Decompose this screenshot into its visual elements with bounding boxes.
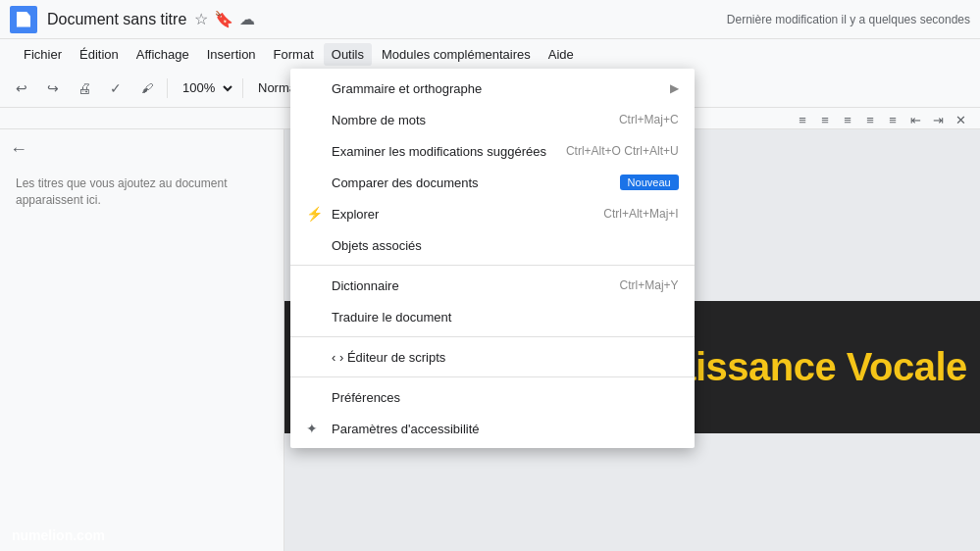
menu-insertion[interactable]: Insertion (199, 43, 264, 66)
bookmark-icon[interactable]: 🔖 (214, 10, 233, 28)
menu-row-label-explorer: Explorer (332, 207, 584, 222)
ruler-alignment-buttons: ≡ ≡ ≡ ≡ ≡ ⇤ ⇥ ✕ (793, 110, 970, 129)
menu-item-nombre[interactable]: Nombre de motsCtrl+Maj+C (290, 104, 695, 135)
align-center-icon[interactable]: ≡ (815, 110, 835, 129)
zoom-select[interactable]: 100% (174, 75, 236, 101)
menu-item-traduire[interactable]: Traduire le document (290, 301, 695, 332)
menu-row-label-nombre: Nombre de mots (332, 113, 599, 127)
print-button[interactable]: 🖨 (71, 75, 98, 102)
last-modified: Dernière modification il y a quelques se… (727, 13, 970, 26)
align-left-icon[interactable]: ≡ (793, 110, 812, 129)
menu-row-label-examiner: Examiner les modifications suggérées (332, 144, 546, 159)
redo-button[interactable]: ↪ (39, 75, 67, 102)
menu-item-editeur[interactable]: ‹ › Éditeur de scripts (290, 341, 695, 373)
menu-item-grammaire[interactable]: Grammaire et orthographe▶ (290, 73, 695, 104)
menu-row-icon-explorer: ⚡ (306, 206, 326, 222)
menu-divider (290, 376, 695, 377)
menu-item-explorer[interactable]: ⚡ExplorerCtrl+Alt+Maj+I (290, 198, 695, 229)
toolbar-divider-1 (167, 78, 168, 98)
menu-row-label-objets: Objets associés (332, 238, 679, 253)
sidebar: ← Les titres que vous ajoutez au documen… (0, 129, 284, 551)
menu-aide[interactable]: Aide (541, 43, 582, 66)
increase-indent-icon[interactable]: ⇥ (928, 110, 948, 129)
menu-row-badge-comparer: Nouveau (620, 175, 679, 190)
menu-row-shortcut-examiner: Ctrl+Alt+O Ctrl+Alt+U (566, 144, 679, 158)
menu-item-dictionnaire[interactable]: DictionnaireCtrl+Maj+Y (290, 270, 695, 301)
cloud-icon[interactable]: ☁ (239, 10, 255, 28)
menu-item-objets[interactable]: Objets associés (290, 229, 695, 261)
menu-item-comparer[interactable]: Comparer des documentsNouveau (290, 167, 695, 198)
menu-row-shortcut-explorer: Ctrl+Alt+Maj+I (603, 207, 678, 221)
decrease-indent-icon[interactable]: ⇤ (905, 110, 925, 129)
title-icons: ☆ 🔖 ☁ (194, 10, 255, 28)
bulleted-list-icon[interactable]: ≡ (883, 110, 903, 129)
menu-row-icon-accessibilite: ✦ (306, 421, 326, 436)
menu-bar: Fichier Édition Affichage Insertion Form… (0, 39, 980, 69)
sidebar-hint: Les titres que vous ajoutez au document … (10, 170, 274, 215)
menu-outils[interactable]: Outils (324, 43, 372, 66)
menu-row-label-accessibilite: Paramètres d'accessibilité (332, 422, 679, 436)
toolbar-divider-2 (242, 78, 243, 98)
numbered-list-icon[interactable]: ≡ (860, 110, 880, 129)
paint-format-button[interactable]: 🖌 (133, 75, 161, 102)
doc-icon (10, 6, 37, 33)
menu-row-label-dictionnaire: Dictionnaire (332, 278, 600, 293)
menu-row-label-grammaire: Grammaire et orthographe (332, 81, 662, 96)
menu-modules[interactable]: Modules complémentaires (374, 43, 539, 66)
dropdown-menu: Grammaire et orthographe▶Nombre de motsC… (290, 69, 695, 448)
menu-item-preferences[interactable]: Préférences (290, 381, 695, 413)
clear-formatting-icon[interactable]: ✕ (951, 110, 970, 129)
menu-row-label-traduire: Traduire le document (332, 310, 679, 325)
menu-row-shortcut-dictionnaire: Ctrl+Maj+Y (620, 278, 679, 292)
sidebar-back-button[interactable]: ← (10, 139, 274, 160)
menu-format[interactable]: Format (266, 43, 322, 66)
spellcheck-button[interactable]: ✓ (102, 75, 129, 102)
menu-divider (290, 265, 695, 266)
footer-watermark: numelion.com (12, 527, 105, 543)
menu-row-label-editeur: ‹ › Éditeur de scripts (332, 350, 679, 365)
undo-button[interactable]: ↩ (8, 75, 35, 102)
menu-row-label-comparer: Comparer des documents (332, 175, 612, 190)
menu-item-accessibilite[interactable]: ✦Paramètres d'accessibilité (290, 413, 695, 444)
menu-fichier[interactable]: Fichier (16, 43, 70, 66)
star-icon[interactable]: ☆ (194, 10, 208, 28)
menu-row-shortcut-nombre: Ctrl+Maj+C (619, 113, 679, 126)
menu-row-label-preferences: Préférences (332, 390, 679, 405)
menu-divider (290, 336, 695, 337)
doc-title[interactable]: Document sans titre (47, 11, 186, 28)
menu-item-examiner[interactable]: Examiner les modifications suggéréesCtrl… (290, 135, 695, 167)
title-bar: Document sans titre ☆ 🔖 ☁ Dernière modif… (0, 0, 980, 39)
menu-affichage[interactable]: Affichage (129, 43, 197, 66)
menu-edition[interactable]: Édition (72, 43, 127, 66)
align-justify-icon[interactable]: ≡ (838, 110, 857, 129)
menu-row-arrow-grammaire: ▶ (670, 81, 679, 95)
